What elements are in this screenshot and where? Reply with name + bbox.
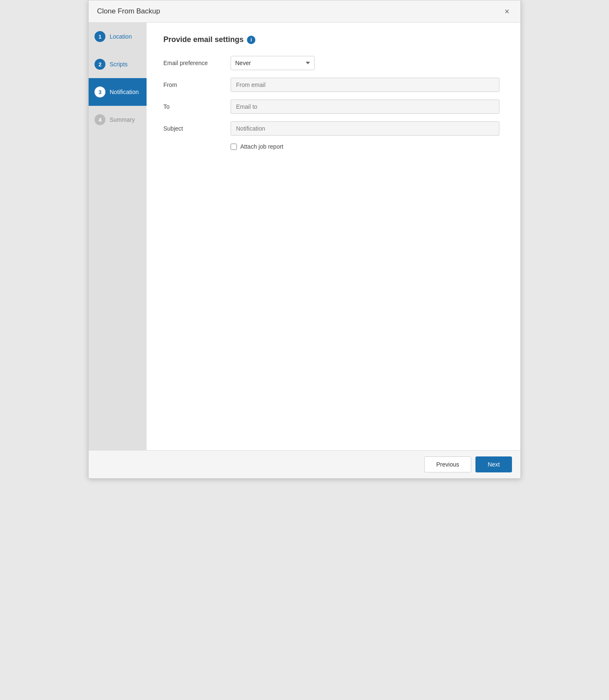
previous-button[interactable]: Previous — [424, 456, 471, 472]
to-label: To — [163, 103, 231, 110]
step-badge-3: 3 — [94, 87, 105, 97]
main-content: Provide email settings i Email preferenc… — [147, 23, 520, 450]
sidebar-item-label-notification: Notification — [110, 89, 139, 95]
subject-input[interactable] — [231, 121, 499, 136]
sidebar-item-label-location: Location — [110, 33, 132, 40]
from-row: From — [163, 78, 504, 92]
to-row: To — [163, 100, 504, 114]
section-title-text: Provide email settings — [163, 35, 244, 44]
to-input[interactable] — [231, 100, 499, 114]
subject-row: Subject — [163, 121, 504, 136]
attach-job-report-label[interactable]: Attach job report — [240, 143, 284, 150]
next-button[interactable]: Next — [475, 456, 512, 472]
step-badge-1: 1 — [94, 31, 105, 42]
close-button[interactable]: × — [502, 6, 512, 16]
from-label: From — [163, 81, 231, 88]
dialog-header: Clone From Backup × — [89, 0, 520, 23]
attach-job-report-row: Attach job report — [163, 143, 504, 150]
clone-from-backup-dialog: Clone From Backup × 1 Location 2 Scripts… — [88, 0, 521, 479]
sidebar: 1 Location 2 Scripts 3 Notification 4 Su… — [89, 23, 147, 450]
sidebar-item-label-scripts: Scripts — [110, 61, 128, 68]
email-preference-label: Email preference — [163, 60, 231, 66]
info-icon[interactable]: i — [247, 36, 255, 44]
dialog-body: 1 Location 2 Scripts 3 Notification 4 Su… — [89, 23, 520, 450]
sidebar-item-scripts[interactable]: 2 Scripts — [89, 50, 147, 78]
section-title: Provide email settings i — [163, 35, 504, 44]
dialog-title: Clone From Backup — [97, 7, 160, 16]
attach-job-report-checkbox[interactable] — [231, 144, 237, 150]
sidebar-item-location[interactable]: 1 Location — [89, 23, 147, 50]
from-input[interactable] — [231, 78, 499, 92]
sidebar-item-label-summary: Summary — [110, 116, 135, 123]
step-badge-4: 4 — [94, 114, 105, 125]
email-preference-row: Email preference Never Always On Failure… — [163, 56, 504, 70]
subject-label: Subject — [163, 125, 231, 132]
sidebar-item-summary[interactable]: 4 Summary — [89, 106, 147, 134]
step-badge-2: 2 — [94, 59, 105, 70]
dialog-footer: Previous Next — [89, 450, 520, 478]
email-preference-select[interactable]: Never Always On Failure On Success — [231, 56, 315, 70]
sidebar-item-notification[interactable]: 3 Notification — [89, 78, 147, 106]
